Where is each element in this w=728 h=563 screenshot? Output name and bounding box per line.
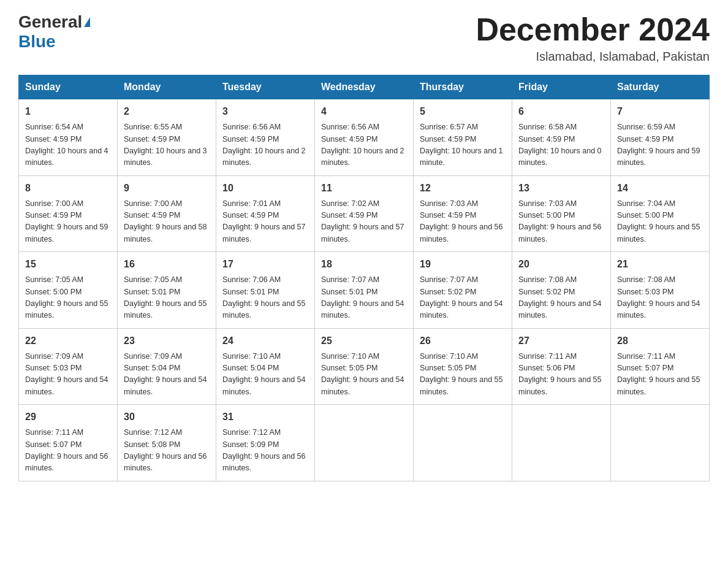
calendar-cell: 10Sunrise: 7:01 AMSunset: 4:59 PMDayligh… [216,175,315,252]
day-number: 3 [222,104,308,119]
calendar-cell: 17Sunrise: 7:06 AMSunset: 5:01 PMDayligh… [216,252,315,329]
calendar-cell [414,405,512,481]
day-number: 4 [321,104,407,119]
day-number: 8 [25,181,111,196]
day-info: Sunrise: 7:03 AMSunset: 4:59 PMDaylight:… [420,198,506,246]
day-header-monday: Monday [118,75,216,99]
day-info: Sunrise: 6:59 AMSunset: 4:59 PMDaylight:… [617,121,703,169]
calendar-cell: 3Sunrise: 6:56 AMSunset: 4:59 PMDaylight… [216,99,315,176]
logo: General Blue [18,12,92,52]
day-number: 25 [321,334,407,348]
calendar-cell: 12Sunrise: 7:03 AMSunset: 4:59 PMDayligh… [414,175,512,252]
day-number: 19 [420,257,506,272]
day-info: Sunrise: 7:07 AMSunset: 5:02 PMDaylight:… [420,274,506,322]
calendar-cell: 29Sunrise: 7:11 AMSunset: 5:07 PMDayligh… [19,405,118,481]
day-number: 31 [222,410,308,424]
day-info: Sunrise: 7:07 AMSunset: 5:01 PMDaylight:… [321,274,407,322]
day-number: 16 [124,257,210,272]
day-number: 7 [617,104,703,119]
day-number: 11 [321,181,407,196]
day-info: Sunrise: 7:06 AMSunset: 5:01 PMDaylight:… [222,274,308,322]
day-info: Sunrise: 7:11 AMSunset: 5:07 PMDaylight:… [617,351,703,399]
calendar-cell: 18Sunrise: 7:07 AMSunset: 5:01 PMDayligh… [315,252,414,329]
day-number: 26 [420,334,506,348]
day-info: Sunrise: 7:12 AMSunset: 5:09 PMDaylight:… [222,427,308,475]
day-number: 13 [518,181,604,196]
calendar-cell: 9Sunrise: 7:00 AMSunset: 4:59 PMDaylight… [118,175,216,252]
day-info: Sunrise: 7:11 AMSunset: 5:07 PMDaylight:… [25,427,111,475]
calendar-cell [315,405,414,481]
day-number: 1 [25,104,111,119]
calendar-cell: 25Sunrise: 7:10 AMSunset: 5:05 PMDayligh… [315,328,414,405]
day-info: Sunrise: 7:03 AMSunset: 5:00 PMDaylight:… [518,198,604,246]
calendar-cell: 6Sunrise: 6:58 AMSunset: 4:59 PMDaylight… [512,99,611,176]
day-info: Sunrise: 7:00 AMSunset: 4:59 PMDaylight:… [25,198,111,246]
day-number: 2 [124,104,210,119]
calendar-cell: 11Sunrise: 7:02 AMSunset: 4:59 PMDayligh… [315,175,414,252]
day-number: 24 [222,334,308,348]
calendar-cell: 21Sunrise: 7:08 AMSunset: 5:03 PMDayligh… [611,252,710,329]
day-number: 23 [124,334,210,348]
day-info: Sunrise: 7:09 AMSunset: 5:04 PMDaylight:… [124,351,210,399]
day-number: 10 [222,181,308,196]
calendar-cell: 8Sunrise: 7:00 AMSunset: 4:59 PMDaylight… [19,175,118,252]
calendar-cell: 2Sunrise: 6:55 AMSunset: 4:59 PMDaylight… [118,99,216,176]
day-number: 30 [124,410,210,424]
day-number: 5 [420,104,506,119]
page-header: General Blue December 2024 Islamabad, Is… [18,12,710,64]
day-info: Sunrise: 6:58 AMSunset: 4:59 PMDaylight:… [518,121,604,169]
week-row-1: 1Sunrise: 6:54 AMSunset: 4:59 PMDaylight… [19,99,710,176]
day-number: 22 [25,334,111,348]
day-number: 27 [518,334,604,348]
week-row-5: 29Sunrise: 7:11 AMSunset: 5:07 PMDayligh… [19,405,710,481]
calendar-cell: 13Sunrise: 7:03 AMSunset: 5:00 PMDayligh… [512,175,611,252]
calendar-cell: 20Sunrise: 7:08 AMSunset: 5:02 PMDayligh… [512,252,611,329]
location-text: Islamabad, Islamabad, Pakistan [476,50,710,64]
logo-triangle-icon [84,17,90,27]
day-number: 20 [518,257,604,272]
day-info: Sunrise: 6:56 AMSunset: 4:59 PMDaylight:… [321,121,407,169]
day-header-sunday: Sunday [19,75,118,99]
day-info: Sunrise: 6:56 AMSunset: 4:59 PMDaylight:… [222,121,308,169]
day-info: Sunrise: 7:04 AMSunset: 5:00 PMDaylight:… [617,198,703,246]
title-block: December 2024 Islamabad, Islamabad, Paki… [476,12,710,64]
calendar-cell: 4Sunrise: 6:56 AMSunset: 4:59 PMDaylight… [315,99,414,176]
calendar-cell: 28Sunrise: 7:11 AMSunset: 5:07 PMDayligh… [611,328,710,405]
day-header-saturday: Saturday [611,75,710,99]
calendar-table: SundayMondayTuesdayWednesdayThursdayFrid… [18,75,710,481]
day-info: Sunrise: 7:09 AMSunset: 5:03 PMDaylight:… [25,351,111,399]
day-info: Sunrise: 7:01 AMSunset: 4:59 PMDaylight:… [222,198,308,246]
day-number: 28 [617,334,703,348]
day-header-tuesday: Tuesday [216,75,315,99]
week-row-4: 22Sunrise: 7:09 AMSunset: 5:03 PMDayligh… [19,328,710,405]
logo-general-text: General [18,12,82,32]
calendar-cell: 14Sunrise: 7:04 AMSunset: 5:00 PMDayligh… [611,175,710,252]
calendar-cell [611,405,710,481]
day-number: 12 [420,181,506,196]
calendar-cell: 5Sunrise: 6:57 AMSunset: 4:59 PMDaylight… [414,99,512,176]
day-info: Sunrise: 7:08 AMSunset: 5:02 PMDaylight:… [518,274,604,322]
calendar-cell: 27Sunrise: 7:11 AMSunset: 5:06 PMDayligh… [512,328,611,405]
calendar-cell: 15Sunrise: 7:05 AMSunset: 5:00 PMDayligh… [19,252,118,329]
calendar-cell: 30Sunrise: 7:12 AMSunset: 5:08 PMDayligh… [118,405,216,481]
day-info: Sunrise: 6:54 AMSunset: 4:59 PMDaylight:… [25,121,111,169]
calendar-cell: 16Sunrise: 7:05 AMSunset: 5:01 PMDayligh… [118,252,216,329]
day-info: Sunrise: 7:10 AMSunset: 5:05 PMDaylight:… [420,351,506,399]
day-header-friday: Friday [512,75,611,99]
calendar-cell: 22Sunrise: 7:09 AMSunset: 5:03 PMDayligh… [19,328,118,405]
day-info: Sunrise: 7:10 AMSunset: 5:04 PMDaylight:… [222,351,308,399]
calendar-cell [512,405,611,481]
week-row-2: 8Sunrise: 7:00 AMSunset: 4:59 PMDaylight… [19,175,710,252]
day-header-thursday: Thursday [414,75,512,99]
day-number: 9 [124,181,210,196]
day-header-wednesday: Wednesday [315,75,414,99]
day-number: 15 [25,257,111,272]
day-number: 6 [518,104,604,119]
month-title: December 2024 [476,12,710,47]
day-number: 14 [617,181,703,196]
logo-blue-text: Blue [18,32,56,52]
calendar-cell: 7Sunrise: 6:59 AMSunset: 4:59 PMDaylight… [611,99,710,176]
calendar-cell: 31Sunrise: 7:12 AMSunset: 5:09 PMDayligh… [216,405,315,481]
day-number: 21 [617,257,703,272]
day-info: Sunrise: 6:57 AMSunset: 4:59 PMDaylight:… [420,121,506,169]
